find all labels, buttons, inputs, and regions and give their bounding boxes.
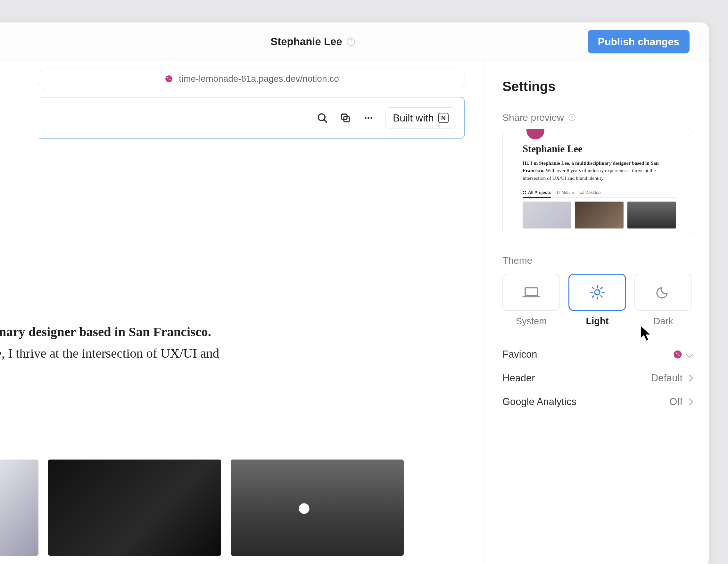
- theme-options: System: [502, 274, 692, 327]
- preview-page-content: anie Lee anie Lee, a multidisciplinary d…: [0, 139, 465, 556]
- chevron-right-icon: [686, 398, 693, 406]
- svg-rect-20: [525, 288, 537, 295]
- share-preview-thumbs: [523, 202, 676, 228]
- chevron-right-icon: [686, 375, 693, 382]
- share-thumb-3: [627, 202, 676, 228]
- share-preview-body: Hi, I'm Stephanie Lee, a multidisciplina…: [523, 159, 676, 182]
- search-icon[interactable]: [316, 112, 328, 124]
- share-thumb-1: [523, 202, 571, 228]
- theme-name-light: Light: [568, 316, 626, 327]
- setting-row-header[interactable]: Header Default: [502, 366, 692, 390]
- svg-point-31: [674, 351, 682, 359]
- ga-value: Off: [669, 396, 683, 408]
- more-icon[interactable]: [362, 112, 375, 124]
- preview-url: time-lemonade-61a.pages.dev/notion.co: [179, 74, 339, 84]
- page-intro-bold: anie Lee, a multidisciplinary designer b…: [0, 323, 465, 341]
- svg-point-1: [167, 77, 168, 78]
- svg-rect-14: [525, 191, 526, 192]
- page-intro-line3: .: [0, 366, 465, 387]
- svg-line-5: [324, 120, 327, 122]
- theme-option-system[interactable]: System: [502, 274, 560, 327]
- share-tab-all: All Projects: [523, 190, 551, 198]
- notion-icon: N: [438, 113, 449, 123]
- theme-option-light[interactable]: Light: [568, 274, 626, 327]
- frame-actions: [316, 112, 375, 124]
- share-preview-label-row: Share preview ?: [502, 112, 692, 123]
- share-tab-mobile: Mobile: [557, 190, 574, 195]
- preview-thumb-1[interactable]: [0, 460, 38, 556]
- preview-thumb-3[interactable]: [231, 460, 404, 556]
- preview-thumb-2[interactable]: [48, 460, 221, 556]
- svg-point-3: [170, 79, 170, 80]
- settings-heading: Settings: [502, 79, 692, 94]
- page-title-wrap: Stephanie Lee ?: [270, 36, 355, 48]
- page-heading: anie Lee: [0, 267, 465, 307]
- svg-line-29: [601, 287, 602, 289]
- theme-box-system: [502, 274, 560, 311]
- svg-rect-17: [557, 191, 559, 194]
- help-icon[interactable]: ?: [347, 37, 355, 46]
- settings-panel: Settings Share preview ? Stephanie Lee H…: [484, 61, 709, 564]
- theme-name-system: System: [502, 316, 560, 327]
- svg-line-30: [592, 296, 594, 297]
- svg-point-8: [365, 117, 367, 119]
- theme-box-light: [568, 274, 626, 311]
- svg-rect-18: [580, 191, 583, 193]
- svg-point-33: [678, 353, 680, 354]
- setting-rows: Favicon Header Default Google Analytics: [502, 343, 692, 414]
- svg-rect-13: [523, 191, 524, 192]
- svg-line-28: [601, 296, 602, 297]
- publish-changes-button[interactable]: Publish changes: [588, 30, 690, 53]
- theme-section: Theme System: [502, 255, 692, 327]
- chevron-down-icon: [686, 351, 693, 358]
- page-title: Stephanie Lee: [270, 36, 342, 48]
- top-bar: Stephanie Lee ? Publish changes: [0, 22, 709, 61]
- svg-point-10: [370, 117, 372, 119]
- built-with-label: Built with: [393, 112, 434, 124]
- theme-box-dark: [634, 274, 692, 311]
- sun-icon: [589, 284, 605, 300]
- palette-icon: [673, 350, 683, 359]
- preview-tabs-row: bile Desktop: [0, 428, 465, 440]
- ga-label: Google Analytics: [502, 396, 576, 408]
- built-with-badge[interactable]: Built with N: [385, 107, 456, 129]
- preview-thumbnails: [0, 460, 465, 556]
- svg-point-34: [678, 355, 680, 356]
- theme-label: Theme: [502, 255, 692, 266]
- share-thumb-2: [575, 202, 623, 228]
- header-label: Header: [502, 372, 535, 384]
- svg-rect-16: [525, 193, 526, 194]
- svg-point-9: [368, 117, 369, 119]
- svg-point-32: [676, 353, 677, 354]
- share-preview-card[interactable]: Stephanie Lee Hi, I'm Stephanie Lee, a m…: [502, 129, 692, 235]
- copy-icon[interactable]: [339, 112, 352, 124]
- svg-point-0: [165, 75, 172, 82]
- moon-icon: [656, 285, 670, 299]
- favicon-value: [673, 350, 692, 359]
- share-preview-label: Share preview: [502, 112, 564, 123]
- theme-option-dark[interactable]: Dark: [634, 274, 692, 327]
- page-intro-line2: ars of industry experience, I thrive at …: [0, 343, 465, 364]
- laptop-icon: [522, 286, 540, 299]
- share-preview-title: Stephanie Lee: [523, 129, 676, 155]
- preview-url-bar[interactable]: time-lemonade-61a.pages.dev/notion.co: [39, 69, 465, 89]
- svg-line-27: [592, 287, 594, 289]
- preview-frame-header: Built with N: [39, 97, 465, 139]
- share-tab-desktop: Desktop: [580, 190, 601, 195]
- svg-point-2: [170, 77, 170, 78]
- share-preview-tabs: All Projects Mobile Desktop: [523, 190, 676, 198]
- palette-icon: [165, 75, 173, 83]
- help-icon[interactable]: ?: [568, 114, 575, 121]
- svg-point-22: [595, 290, 600, 295]
- preview-column: time-lemonade-61a.pages.dev/notion.co Bu…: [0, 61, 484, 564]
- setting-row-favicon[interactable]: Favicon: [502, 343, 692, 366]
- app-window: Stephanie Lee ? Publish changes time-lem…: [0, 22, 709, 564]
- main-area: time-lemonade-61a.pages.dev/notion.co Bu…: [0, 61, 709, 564]
- svg-rect-15: [523, 193, 524, 194]
- theme-name-dark: Dark: [634, 316, 692, 327]
- header-value: Default: [651, 372, 683, 384]
- favicon-label: Favicon: [502, 349, 537, 360]
- setting-row-google-analytics[interactable]: Google Analytics Off: [502, 390, 692, 414]
